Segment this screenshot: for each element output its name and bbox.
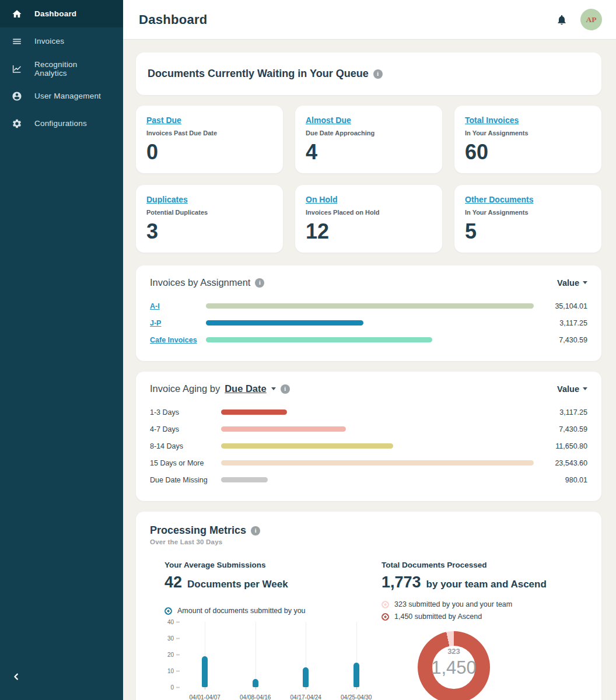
team-legend-label: 323 submitted by you and your team <box>394 600 512 608</box>
sidebar-item-dashboard[interactable]: Dashboard <box>0 0 123 27</box>
total-invoices-link[interactable]: Total Invoices <box>465 116 519 125</box>
assignment-row: Cafe Invoices 7,430.59 <box>150 331 587 348</box>
assignment-link-a-i[interactable]: A-I <box>150 302 206 310</box>
submissions-big-number: 42 <box>164 573 182 592</box>
aging-value: 11,650.80 <box>534 442 587 450</box>
plot-area <box>180 622 382 687</box>
aging-bar <box>221 426 346 432</box>
assignment-bar <box>206 303 534 309</box>
other-documents-link[interactable]: Other Documents <box>465 195 533 204</box>
page-title: Dashboard <box>139 12 208 27</box>
pink-legend-dot-icon <box>382 601 389 608</box>
assignment-link-j-p[interactable]: J-P <box>150 319 206 327</box>
sidebar-item-configurations[interactable]: Configurations <box>0 110 123 137</box>
aging-dropdown[interactable]: Due Date <box>225 383 267 394</box>
assignment-row: A-I 35,104.01 <box>150 298 587 314</box>
submissions-bar <box>303 667 309 687</box>
assignment-sort-dropdown[interactable]: Value <box>557 278 587 288</box>
avatar[interactable]: AP <box>580 9 602 30</box>
top-header: Dashboard AP <box>123 0 616 40</box>
aging-row: Due Date Missing 980.01 <box>150 471 587 488</box>
chevron-down-icon <box>271 387 276 390</box>
bar-track <box>206 320 534 326</box>
aging-label: 8-14 Days <box>150 442 221 450</box>
aging-value: 980.01 <box>534 476 587 484</box>
stat-card-on-hold: On Hold Invoices Placed on Hold 12 <box>295 185 442 253</box>
info-icon[interactable]: i <box>281 384 290 394</box>
sort-label-text: Value <box>557 278 579 288</box>
assignment-value: 7,430.59 <box>534 336 587 344</box>
sidebar-item-label: Configurations <box>34 119 87 128</box>
bar-track <box>221 410 534 415</box>
stat-cards-grid: Past Due Invoices Past Due Date 0 Almost… <box>136 106 601 253</box>
stat-card-other-documents: Other Documents In Your Assignments 5 <box>454 185 601 253</box>
stat-subtitle: Due Date Approaching <box>306 130 432 136</box>
stat-value: 4 <box>306 142 432 163</box>
x-tick-label: 04/01-04/07 <box>190 694 220 700</box>
chevron-down-icon <box>583 281 587 284</box>
assignment-value: 35,104.01 <box>534 302 587 310</box>
teal-legend-dot-icon <box>164 607 172 615</box>
bar-track <box>206 337 534 342</box>
x-tick-label: 04/25-04/30 <box>341 694 372 700</box>
stat-card-total-invoices: Total Invoices In Your Assignments 60 <box>454 106 601 173</box>
assignment-card-title: Invoices by Assignment <box>150 277 250 288</box>
donut-team-value: 323 <box>418 647 490 656</box>
info-icon[interactable]: i <box>255 278 264 288</box>
aging-value: 3,117.25 <box>534 408 587 416</box>
bar-track <box>221 443 534 449</box>
aging-bar <box>221 410 287 415</box>
y-tick-label: 20 <box>167 652 174 658</box>
assignment-bar <box>206 320 363 326</box>
bar-track <box>221 426 534 432</box>
sidebar-item-invoices[interactable]: Invoices <box>0 27 123 55</box>
aging-label: Due Date Missing <box>150 476 221 484</box>
processed-big-number: 1,773 <box>382 573 421 592</box>
info-icon[interactable]: i <box>373 69 383 79</box>
stat-card-duplicates: Duplicates Potential Duplicates 3 <box>136 185 283 253</box>
sidebar-item-label: Dashboard <box>34 9 76 18</box>
queue-card-title: Documents Currently Waiting in Your Queu… <box>148 68 369 80</box>
stat-card-past-due: Past Due Invoices Past Due Date 0 <box>136 106 283 173</box>
duplicates-link[interactable]: Duplicates <box>146 195 188 204</box>
info-icon[interactable]: i <box>251 526 260 536</box>
aging-bar <box>221 443 393 449</box>
sidebar-item-recognition-analytics[interactable]: Recognition Analytics <box>0 55 123 82</box>
gear-icon <box>12 118 22 129</box>
processing-metrics-title: Processing Metrics <box>150 524 246 537</box>
queue-card: Documents Currently Waiting in Your Queu… <box>136 52 601 95</box>
aging-row: 4-7 Days 7,430.59 <box>150 421 587 438</box>
invoice-aging-card: Invoice Aging by Due Date i Value 1-3 Da… <box>136 372 601 501</box>
aging-row: 1-3 Days 3,117.25 <box>150 404 587 421</box>
sidebar-item-label: Recognition Analytics <box>34 60 111 78</box>
sidebar-item-user-management[interactable]: User Management <box>0 82 123 110</box>
menu-icon <box>12 36 22 47</box>
assignment-link-cafe-invoices[interactable]: Cafe Invoices <box>150 336 206 344</box>
stat-subtitle: Invoices Past Due Date <box>146 130 272 136</box>
y-tick-label: 10 <box>167 668 174 674</box>
y-tick-label: 0 <box>170 684 174 691</box>
stat-value: 60 <box>465 142 591 163</box>
processed-section: Total Documents Processed 1,773 by your … <box>382 561 587 700</box>
stat-subtitle: Invoices Placed on Hold <box>306 209 432 216</box>
sidebar-collapse-button[interactable] <box>8 668 24 685</box>
past-due-link[interactable]: Past Due <box>146 116 181 125</box>
aging-sort-dropdown[interactable]: Value <box>557 384 587 394</box>
submissions-heading: Your Average Submissions <box>164 561 382 569</box>
on-hold-link[interactable]: On Hold <box>306 195 337 204</box>
ascend-legend: 1,450 submitted by Ascend <box>382 612 587 621</box>
home-icon <box>12 9 22 19</box>
stat-subtitle: In Your Assignments <box>465 130 591 136</box>
bar-track <box>221 477 534 482</box>
stat-subtitle: Potential Duplicates <box>146 209 272 216</box>
stat-value: 3 <box>146 221 272 242</box>
submissions-bar <box>202 656 208 687</box>
almost-due-link[interactable]: Almost Due <box>306 116 351 125</box>
notification-bell-icon[interactable] <box>556 13 568 26</box>
donut-ascend-value: 1,450 <box>418 657 490 678</box>
chevron-down-icon <box>583 387 587 390</box>
assignment-value: 3,117.25 <box>534 319 587 327</box>
documents-donut-chart: 323 1,450 <box>418 631 490 700</box>
sidebar-item-label: Invoices <box>34 37 64 46</box>
x-tick-label: 04/08-04/16 <box>240 694 271 700</box>
